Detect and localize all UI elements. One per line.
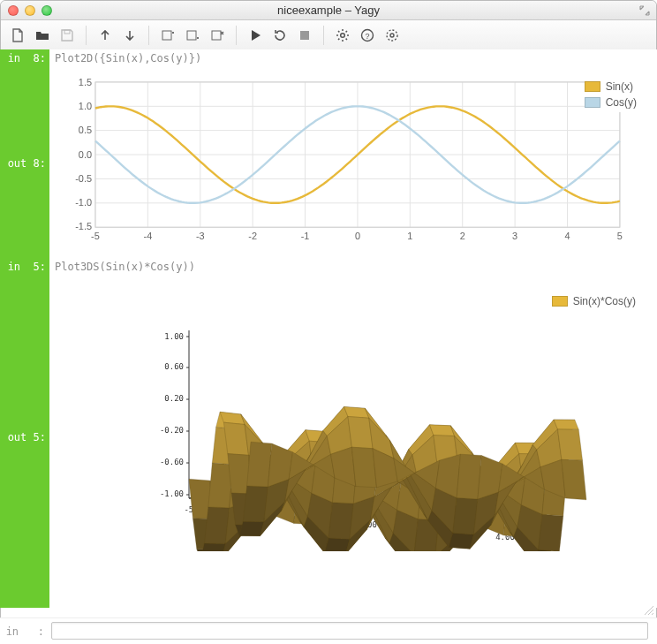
svg-text:-1.0: -1.0 <box>75 197 92 208</box>
minimize-window-button[interactable] <box>25 5 35 16</box>
svg-text:0.5: 0.5 <box>79 125 92 135</box>
svg-text:-3: -3 <box>196 231 205 241</box>
svg-text:0.0: 0.0 <box>79 149 92 160</box>
input-prompt-label: in : <box>0 618 49 644</box>
move-down-button[interactable] <box>118 24 141 47</box>
svg-text:-2: -2 <box>248 231 257 241</box>
plot2d-legend: Sin(x) Cos(y) <box>585 80 637 112</box>
legend-swatch-cos <box>585 97 600 108</box>
delete-cell-button[interactable] <box>206 24 229 47</box>
cell-2-out-label: out 5: <box>0 431 49 608</box>
svg-point-5 <box>341 33 345 37</box>
svg-marker-328 <box>351 447 376 488</box>
close-window-button[interactable] <box>8 5 19 16</box>
cell-2-gutter: in 5: out 5: <box>0 258 49 608</box>
svg-text:-0.60: -0.60 <box>160 458 184 466</box>
workspace: in 8: out 8: Plot2D({Sin(x),Cos(y)}) <box>0 49 657 644</box>
cell-2-code[interactable]: Plot3DS(Sin(x)*Cos(y)) <box>49 258 657 276</box>
svg-text:-4: -4 <box>144 231 153 241</box>
svg-point-8 <box>387 30 397 41</box>
open-file-button[interactable] <box>31 24 54 47</box>
resize-handle-icon[interactable] <box>642 603 654 616</box>
stop-button[interactable] <box>293 24 316 47</box>
new-file-button[interactable] <box>6 24 29 47</box>
legend-label-surface: Sin(x)*Cos(y) <box>573 295 636 307</box>
legend-swatch-sin <box>585 81 600 92</box>
svg-rect-2 <box>187 31 196 40</box>
zoom-window-button[interactable] <box>42 5 52 16</box>
cell-1-in-label: in 8: <box>0 49 49 64</box>
insert-below-button[interactable] <box>181 24 204 47</box>
toolbar-separator <box>86 26 87 45</box>
toolbar-separator <box>323 26 324 45</box>
cell-1: in 8: out 8: Plot2D({Sin(x),Cos(y)}) <box>0 49 657 258</box>
svg-text:5: 5 <box>617 231 623 241</box>
target-button[interactable] <box>381 24 404 47</box>
svg-marker-142 <box>205 507 230 544</box>
settings-button[interactable] <box>331 24 354 47</box>
cell-2: in 5: out 5: Plot3DS(Sin(x)*Cos(y)) Sin(… <box>0 258 657 608</box>
legend-label-cos: Cos(y) <box>606 96 637 109</box>
svg-point-9 <box>390 34 394 37</box>
svg-marker-329 <box>558 429 583 460</box>
cell-1-out-label: out 8: <box>0 157 49 258</box>
svg-text:0.20: 0.20 <box>164 394 184 403</box>
command-input[interactable] <box>51 622 648 640</box>
svg-text:-5: -5 <box>91 231 100 241</box>
window-controls <box>1 5 52 16</box>
legend-row-cos: Cos(y) <box>585 96 637 109</box>
cell-2-in-label: in 5: <box>0 258 49 273</box>
svg-text:3: 3 <box>512 231 517 241</box>
plot3d-chart[interactable]: Sin(x)*Cos(y) 1.000.600.20 -0.20-0.60-1.… <box>49 276 657 565</box>
svg-marker-249 <box>539 514 563 551</box>
svg-marker-339 <box>562 459 586 500</box>
plot2d-svg: 1.51.00.5 0.0-0.5-1.0 -1.5 -5-4-3 -2-10 … <box>54 73 649 246</box>
svg-rect-4 <box>300 31 309 40</box>
legend-row-surface: Sin(x)*Cos(y) <box>552 295 636 307</box>
cell-1-code[interactable]: Plot2D({Sin(x),Cos(y)}) <box>49 49 657 67</box>
window-title: niceexample – Yagy <box>1 4 656 17</box>
run-button[interactable] <box>244 24 267 47</box>
svg-text:0.60: 0.60 <box>164 362 184 371</box>
save-file-button[interactable] <box>56 24 79 47</box>
svg-text:2: 2 <box>460 231 465 241</box>
svg-rect-3 <box>212 31 221 40</box>
svg-text:1.00: 1.00 <box>164 332 184 341</box>
svg-marker-303 <box>449 533 473 549</box>
svg-text:-1.5: -1.5 <box>75 221 92 231</box>
svg-text:1: 1 <box>407 231 412 241</box>
cell-2-content: Plot3DS(Sin(x)*Cos(y)) Sin(x)*Cos(y) <box>49 258 657 608</box>
plot2d-chart[interactable]: 1.51.00.5 0.0-0.5-1.0 -1.5 -5-4-3 -2-10 … <box>53 72 650 247</box>
svg-rect-1 <box>162 31 171 40</box>
help-button[interactable]: ? <box>356 24 379 47</box>
insert-above-button[interactable] <box>156 24 179 47</box>
svg-marker-126 <box>200 543 225 551</box>
legend-swatch-surface <box>552 296 568 307</box>
svg-marker-319 <box>453 498 478 535</box>
legend-label-sin: Sin(x) <box>606 80 633 93</box>
svg-marker-334 <box>457 454 481 499</box>
plot3d-svg: 1.000.600.20 -0.20-0.60-1.00 -5.00-4.00 … <box>136 313 595 551</box>
svg-text:-0.20: -0.20 <box>160 426 184 435</box>
toolbar-separator <box>236 26 237 45</box>
svg-text:4: 4 <box>564 231 570 241</box>
titlebar: niceexample – Yagy <box>1 1 656 20</box>
legend-row-sin: Sin(x) <box>585 80 637 93</box>
maximize-icon[interactable] <box>638 4 651 17</box>
svg-marker-216 <box>325 538 350 551</box>
svg-text:-1: -1 <box>301 231 310 241</box>
svg-marker-286 <box>239 521 264 536</box>
toolbar-separator <box>148 26 149 45</box>
reload-button[interactable] <box>268 24 291 47</box>
svg-marker-312 <box>348 417 373 449</box>
svg-text:-1.00: -1.00 <box>160 489 184 498</box>
svg-marker-232 <box>328 503 353 540</box>
svg-text:0: 0 <box>355 231 360 241</box>
svg-text:1.5: 1.5 <box>79 77 92 87</box>
svg-text:?: ? <box>365 31 369 40</box>
cell-1-content: Plot2D({Sin(x),Cos(y)}) <box>49 49 657 258</box>
svg-text:-0.5: -0.5 <box>75 173 92 184</box>
svg-text:1.0: 1.0 <box>79 101 92 111</box>
svg-marker-318 <box>247 442 272 487</box>
move-up-button[interactable] <box>94 24 117 47</box>
